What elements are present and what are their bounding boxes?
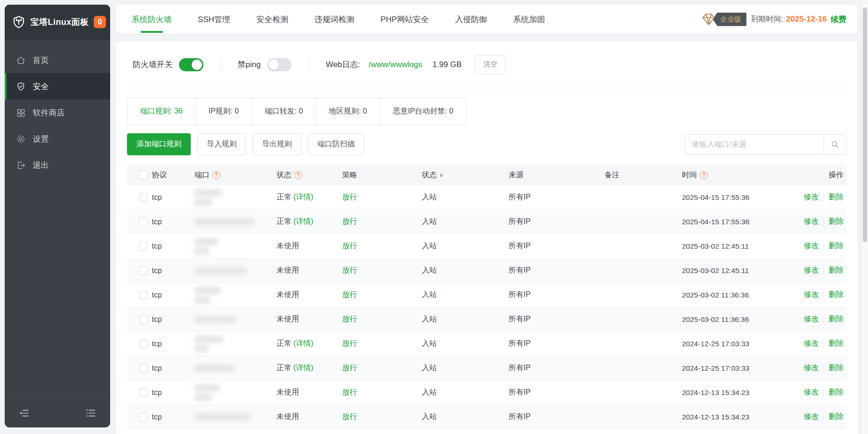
delete-rule-link[interactable]: 删除 <box>829 241 844 251</box>
gear-icon <box>16 134 26 144</box>
cell-status: 正常 (详情) <box>277 217 342 227</box>
edit-rule-link[interactable]: 修改 <box>804 412 819 422</box>
shield-check-icon <box>16 82 26 91</box>
col-header-policy: 策略 <box>342 170 422 180</box>
time-help-icon[interactable]: ? <box>700 171 708 179</box>
clear-log-button[interactable]: 清空 <box>475 55 506 74</box>
col-header-port: 端口? <box>195 170 277 180</box>
status-detail-link[interactable]: (详情) <box>293 339 314 349</box>
status-detail-link[interactable]: (详情) <box>293 217 314 227</box>
sidebar-header: 宝塔Linux面板 0 <box>5 5 110 39</box>
status-detail-link[interactable]: (详情) <box>293 192 314 202</box>
menu-list-icon[interactable] <box>85 408 96 419</box>
rule-tab-3[interactable]: 地区规则: 0 <box>316 98 380 125</box>
row-checkbox[interactable] <box>139 291 148 299</box>
rule-tab-1[interactable]: IP规则: 0 <box>196 98 252 125</box>
redacted-port <box>195 413 250 421</box>
delete-rule-link[interactable]: 删除 <box>829 363 844 373</box>
row-checkbox[interactable] <box>139 364 148 373</box>
grid-icon <box>16 108 26 118</box>
edit-rule-link[interactable]: 修改 <box>804 290 819 300</box>
delete-rule-link[interactable]: 删除 <box>829 217 844 227</box>
col-header-direction[interactable]: 状态∨ <box>422 170 509 180</box>
delete-rule-link[interactable]: 删除 <box>829 412 844 422</box>
tab-0[interactable]: 系统防火墙 <box>132 5 172 34</box>
export-rules-button[interactable]: 导出规则 <box>253 133 301 155</box>
delete-rule-link[interactable]: 删除 <box>829 339 844 349</box>
sidebar-item-label: 安全 <box>33 81 49 92</box>
action-separator <box>823 340 824 347</box>
search-input[interactable] <box>685 135 823 154</box>
delete-rule-link[interactable]: 删除 <box>829 192 844 202</box>
action-separator <box>823 365 824 372</box>
row-checkbox[interactable] <box>139 266 148 275</box>
edit-rule-link[interactable]: 修改 <box>804 363 819 373</box>
edition-badge[interactable]: 企业版 <box>713 13 747 26</box>
table-row: tcp正常 (详情)放行入站所有IP2025-04-15 17:55:36修改删… <box>127 185 846 210</box>
logout-icon <box>16 160 26 170</box>
status-help-icon[interactable]: ? <box>294 171 302 179</box>
select-all-checkbox[interactable] <box>139 171 148 179</box>
tab-2[interactable]: 安全检测 <box>256 5 288 34</box>
cell-status: 未使用 <box>277 266 342 275</box>
rule-tab-2[interactable]: 端口转发: 0 <box>252 98 316 125</box>
row-checkbox[interactable] <box>139 242 148 251</box>
notification-badge[interactable]: 0 <box>94 16 106 28</box>
redacted-port <box>195 335 223 343</box>
delete-rule-link[interactable]: 删除 <box>829 314 844 324</box>
weblog-path[interactable]: /www/wwwlogs <box>369 60 422 69</box>
firewall-toggle[interactable] <box>179 58 203 71</box>
cell-time: 2025-03-02 11:36:36 <box>682 315 797 324</box>
sidebar-item-security[interactable]: 安全 <box>5 73 110 99</box>
tab-3[interactable]: 违规词检测 <box>314 5 354 34</box>
rule-tab-0[interactable]: 端口规则: 36 <box>127 98 196 125</box>
sidebar-item-app-store[interactable]: 软件商店 <box>5 99 110 126</box>
cell-status: 正常 (详情) <box>277 192 342 202</box>
cell-port <box>195 287 277 304</box>
tab-6[interactable]: 系统加固 <box>513 5 545 34</box>
tab-5[interactable]: 入侵防御 <box>455 5 487 34</box>
cell-status: 未使用 <box>277 241 342 251</box>
cell-status: 未使用 <box>277 412 342 422</box>
search-icon[interactable] <box>823 135 846 154</box>
add-port-rule-button[interactable]: 添加端口规则 <box>127 133 191 155</box>
edit-rule-link[interactable]: 修改 <box>804 314 819 324</box>
edit-rule-link[interactable]: 修改 <box>804 241 819 251</box>
home-icon <box>16 55 26 65</box>
edit-rule-link[interactable]: 修改 <box>804 266 819 275</box>
page-scrollbar[interactable] <box>861 0 868 434</box>
cell-source: 所有IP <box>509 192 605 202</box>
table-header-row: 协议 端口? 状态? 策略 状态∨ 来源 备注 时间? 操作 <box>127 165 846 185</box>
delete-rule-link[interactable]: 删除 <box>829 266 844 275</box>
sidebar-item-home[interactable]: 首页 <box>5 47 110 73</box>
row-checkbox[interactable] <box>139 218 148 226</box>
rule-tab-4[interactable]: 恶意IP自动封禁: 0 <box>380 98 466 125</box>
status-detail-link[interactable]: (详情) <box>293 363 314 373</box>
delete-rule-link[interactable]: 删除 <box>829 290 844 300</box>
row-checkbox[interactable] <box>139 413 148 421</box>
row-checkbox[interactable] <box>139 388 148 397</box>
cell-direction: 入站 <box>422 412 509 422</box>
tab-1[interactable]: SSH管理 <box>198 5 230 34</box>
edit-rule-link[interactable]: 修改 <box>804 217 819 227</box>
port-help-icon[interactable]: ? <box>212 171 220 179</box>
scrollbar-thumb[interactable] <box>863 8 867 242</box>
renew-link[interactable]: 续费 <box>831 14 846 25</box>
import-rules-button[interactable]: 导入规则 <box>197 133 246 155</box>
cell-policy: 放行 <box>342 266 422 275</box>
cell-port <box>195 335 277 352</box>
cell-source: 所有IP <box>509 363 605 373</box>
edit-rule-link[interactable]: 修改 <box>804 339 819 349</box>
delete-rule-link[interactable]: 删除 <box>829 388 844 397</box>
row-checkbox[interactable] <box>139 340 148 348</box>
port-antiscan-button[interactable]: 端口防扫描 <box>308 133 364 155</box>
sidebar-item-logout[interactable]: 退出 <box>5 152 110 178</box>
edit-rule-link[interactable]: 修改 <box>804 388 819 397</box>
row-checkbox[interactable] <box>139 315 148 324</box>
sidebar-item-settings[interactable]: 设置 <box>5 126 110 152</box>
row-checkbox[interactable] <box>139 193 148 202</box>
tab-4[interactable]: PHP网站安全 <box>381 5 429 34</box>
collapse-sidebar-icon[interactable] <box>19 408 30 419</box>
edit-rule-link[interactable]: 修改 <box>804 192 819 202</box>
ping-toggle[interactable] <box>267 58 292 71</box>
